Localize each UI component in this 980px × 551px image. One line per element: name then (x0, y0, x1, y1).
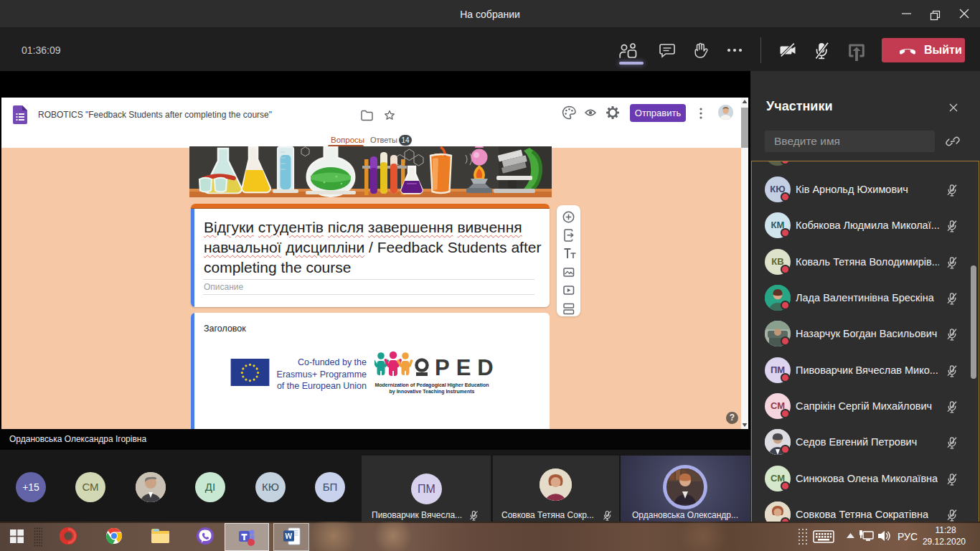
svg-text:PED: PED (435, 355, 500, 380)
